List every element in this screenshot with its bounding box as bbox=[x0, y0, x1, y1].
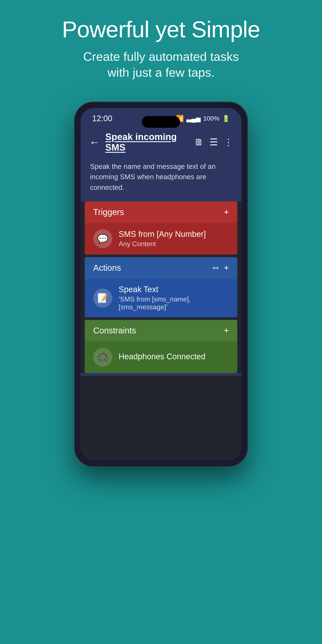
actions-item-sub: 'SMS from [sms_name], [sms_message]' bbox=[119, 295, 229, 311]
description-bar: Speak the name and message text of an in… bbox=[80, 158, 242, 199]
screen-bottom bbox=[80, 376, 242, 460]
actions-header: Actions ⤢ + bbox=[85, 257, 237, 278]
constraints-item[interactable]: 🎧 Headphones Connected bbox=[85, 341, 237, 373]
triggers-item-text: SMS from [Any Number] Any Content bbox=[119, 230, 229, 248]
description-text: Speak the name and message text of an in… bbox=[90, 162, 216, 191]
app-title: Speak incoming SMS bbox=[105, 132, 189, 153]
triggers-header: Triggers + bbox=[85, 202, 237, 223]
status-bar: 12:00 📶 ▃▄▅ 100% 🔋 bbox=[80, 108, 242, 126]
triggers-actions: + bbox=[224, 208, 229, 217]
phone-container: 12:00 📶 ▃▄▅ 100% 🔋 ← Speak incoming SMS … bbox=[74, 102, 248, 467]
hero-title: Powerful yet Simple bbox=[13, 17, 309, 42]
triggers-add-button[interactable]: + bbox=[224, 208, 229, 217]
phone-screen: 12:00 📶 ▃▄▅ 100% 🔋 ← Speak incoming SMS … bbox=[80, 108, 242, 460]
signal-icon: ▃▄▅ bbox=[186, 115, 200, 122]
triggers-item-main: SMS from [Any Number] bbox=[119, 230, 229, 239]
actions-item-text: Speak Text 'SMS from [sms_name], [sms_me… bbox=[119, 285, 229, 311]
more-options-icon[interactable]: ⋮ bbox=[224, 137, 233, 148]
headphones-icon: 🎧 bbox=[93, 348, 112, 367]
constraints-section: Constraints + 🎧 Headphones Connected bbox=[85, 320, 237, 373]
triggers-item[interactable]: 💬 SMS from [Any Number] Any Content bbox=[85, 223, 237, 255]
dynamic-island bbox=[142, 116, 180, 128]
actions-title: Actions bbox=[93, 263, 121, 273]
battery-text: 100% bbox=[203, 115, 220, 122]
app-bar: ← Speak incoming SMS 🗎 ☰ ⋮ bbox=[80, 126, 242, 158]
battery-icon: 🔋 bbox=[222, 115, 230, 122]
speak-action-icon: 📝 bbox=[93, 288, 112, 308]
constraints-title: Constraints bbox=[93, 326, 136, 335]
actions-item[interactable]: 📝 Speak Text 'SMS from [sms_name], [sms_… bbox=[85, 278, 237, 317]
list-icon[interactable]: ☰ bbox=[210, 137, 218, 148]
triggers-title: Triggers bbox=[93, 208, 124, 217]
constraints-item-main: Headphones Connected bbox=[119, 352, 229, 361]
constraints-item-text: Headphones Connected bbox=[119, 352, 229, 362]
actions-item-main: Speak Text bbox=[119, 285, 229, 294]
phone-frame: 12:00 📶 ▃▄▅ 100% 🔋 ← Speak incoming SMS … bbox=[74, 102, 248, 467]
constraints-actions: + bbox=[224, 326, 229, 335]
hero-section: Powerful yet Simple Create fully automat… bbox=[0, 0, 322, 93]
status-time: 12:00 bbox=[92, 114, 112, 123]
document-icon[interactable]: 🗎 bbox=[194, 137, 204, 148]
triggers-section: Triggers + 💬 SMS from [Any Number] Any C… bbox=[85, 202, 237, 255]
actions-actions: ⤢ + bbox=[212, 263, 229, 273]
constraints-header: Constraints + bbox=[85, 320, 237, 341]
back-button[interactable]: ← bbox=[89, 136, 100, 148]
constraints-add-button[interactable]: + bbox=[224, 326, 229, 335]
sms-trigger-icon: 💬 bbox=[93, 229, 112, 248]
triggers-item-sub: Any Content bbox=[119, 240, 229, 248]
app-bar-icons: 🗎 ☰ ⋮ bbox=[194, 137, 233, 148]
status-icons: 📶 ▃▄▅ 100% 🔋 bbox=[176, 115, 230, 122]
hero-subtitle: Create fully automated taskswith just a … bbox=[13, 48, 309, 80]
actions-add-button[interactable]: + bbox=[224, 263, 229, 273]
actions-section: Actions ⤢ + 📝 Speak Text 'SMS from [sms_… bbox=[85, 257, 237, 317]
actions-expand-button[interactable]: ⤢ bbox=[210, 262, 221, 273]
screen-content: Triggers + 💬 SMS from [Any Number] Any C… bbox=[80, 202, 242, 373]
